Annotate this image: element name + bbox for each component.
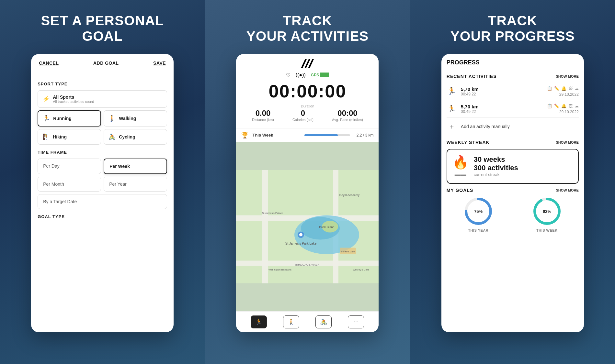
streak-icon-container: 🔥 ▬▬: [452, 155, 469, 178]
nav-walking-button[interactable]: 🚶: [283, 315, 299, 328]
activity-date-2: 29.10.2022: [559, 110, 579, 114]
goals-show-more[interactable]: SHOW MORE: [556, 188, 579, 192]
streak-weeks: 30 weeks: [474, 155, 573, 164]
add-activity-row[interactable]: ＋ Add an activity manually: [447, 118, 579, 136]
activity-action-icons-2: 📋 ✏️ 🔔 🖼 ☁: [547, 104, 579, 108]
goal-body: SPORT TYPE ⚡ All Sports All tracked acti…: [31, 71, 174, 332]
my-goals-title: MY GOALS: [447, 188, 473, 193]
right-panel-title: TRACKYOUR PROGRESS: [450, 13, 575, 44]
map-container: Duck Island St James's Park Lake Royal A…: [236, 142, 379, 311]
goal-card-header: CANCEL ADD GOAL SAVE: [31, 54, 174, 71]
nav-running-button[interactable]: 🏃: [251, 315, 267, 328]
recent-activities-show-more[interactable]: SHOW MORE: [556, 74, 579, 78]
streak-activities: 300 activities: [474, 164, 573, 172]
activity-info-1: 5,70 km 00:49:22: [461, 86, 543, 96]
weekly-streak-title: WEEKLY STREAK: [447, 140, 490, 145]
sport-type-label: SPORT TYPE: [38, 82, 167, 86]
timeframe-per-year[interactable]: Per Year: [104, 177, 167, 192]
hiking-label: Hiking: [53, 134, 67, 139]
weekly-streak-header: WEEKLY STREAK SHOW MORE: [447, 140, 579, 145]
weekly-goal-bar: 🏆 This Week 2.2 / 3 km: [236, 128, 379, 142]
save-button[interactable]: SAVE: [153, 61, 166, 66]
timeframe-per-month[interactable]: Per Month: [38, 177, 101, 192]
flame-icon: 🔥: [452, 155, 469, 169]
svg-text:St James's Palace: St James's Palace: [262, 211, 283, 214]
svg-text:Wellington Barracks: Wellington Barracks: [268, 268, 291, 271]
activity-row: 🏃 5,70 km 00:49:22 📋 ✏️ 🔔 🖼 ☁ 29.10.2022: [447, 83, 579, 100]
timeframe-target-date[interactable]: By a Target Date: [38, 194, 167, 209]
sport-grid: ⚡ All Sports All tracked activities coun…: [38, 90, 167, 145]
activity-date-1: 29.10.2022: [559, 92, 579, 97]
running-icon: 🏃: [43, 115, 50, 122]
cloud-icon-2: ☁: [575, 104, 579, 108]
clipboard-icon-2: 📋: [547, 104, 552, 108]
run-activity-icon-1: 🏃: [447, 87, 457, 95]
weekly-progress-text: 2.2 / 3 km: [357, 133, 374, 138]
weekly-label: This Week: [252, 133, 298, 138]
activity-meta-1: 📋 ✏️ 🔔 🖼 ☁ 29.10.2022: [547, 86, 579, 97]
goal-this-year: 75% THIS YEAR: [447, 197, 510, 232]
svg-text:Wesley's Café: Wesley's Café: [353, 268, 369, 271]
cycling-label: Cycling: [119, 134, 135, 139]
sport-item-running[interactable]: 🏃 Running: [38, 110, 101, 127]
center-panel: TRACKYOUR ACTIVITIES ♡ ((●)) GPS ▉▉▉ 00:…: [205, 0, 410, 364]
add-goal-title: ADD GOAL: [93, 61, 119, 66]
cancel-button[interactable]: CANCEL: [39, 61, 59, 66]
sport-item-all[interactable]: ⚡ All Sports All tracked activities coun…: [38, 90, 167, 108]
nav-cycling-button[interactable]: 🚴: [315, 315, 332, 328]
svg-rect-5: [262, 170, 268, 283]
walking-label: Walking: [119, 116, 136, 121]
clipboard-icon: 📋: [547, 86, 552, 91]
timeframe-per-week[interactable]: Per Week: [104, 159, 167, 174]
cloud-icon: ☁: [575, 86, 579, 91]
distance-label: Distance (km): [252, 118, 274, 122]
sport-item-cycling[interactable]: 🚴 Cycling: [104, 129, 167, 145]
svg-text:Duck Island: Duck Island: [319, 225, 335, 228]
tracker-header: ♡ ((●)) GPS ▉▉▉ 00:00:00 Duration 0.00 D…: [236, 54, 379, 128]
nav-more-button[interactable]: ···: [348, 315, 364, 328]
streak-base-icon: ▬▬: [452, 171, 469, 178]
sport-item-walking[interactable]: 🚶 Walking: [104, 110, 167, 127]
duration-label: Duration: [301, 104, 314, 108]
image-icon: 🖼: [568, 86, 573, 91]
edit-icon-2: ✏️: [554, 104, 559, 108]
svg-text:92%: 92%: [543, 209, 551, 214]
timeframe-grid: Per Day Per Week Per Month Per Year By a…: [38, 159, 167, 209]
this-year-label: THIS YEAR: [468, 228, 488, 232]
pace-stat: 00:00 Avg. Pace (min/km): [332, 109, 363, 122]
center-panel-title: TRACKYOUR ACTIVITIES: [246, 13, 369, 44]
bottom-nav: 🏃 🚶 🚴 ···: [236, 311, 379, 332]
timer-display: 00:00:00: [268, 82, 346, 100]
svg-text:St James's Park Lake: St James's Park Lake: [285, 241, 317, 245]
activity-time-1: 00:49:22: [461, 92, 543, 96]
pace-label: Avg. Pace (min/km): [332, 118, 363, 122]
walking-icon: 🚶: [108, 115, 116, 122]
calories-stat: 0 Calories (cal): [292, 109, 313, 122]
stats-row: 0.00 Distance (km) 0 Calories (cal) 00:0…: [243, 109, 372, 124]
streak-show-more[interactable]: SHOW MORE: [556, 140, 579, 144]
run-activity-icon-2: 🏃: [447, 105, 457, 113]
svg-text:Royal Academy: Royal Academy: [339, 193, 360, 196]
add-activity-label: Add an activity manually: [461, 124, 510, 129]
tracker-card: ♡ ((●)) GPS ▉▉▉ 00:00:00 Duration 0.00 D…: [236, 54, 379, 332]
heart-icon: ♡: [286, 72, 290, 78]
left-panel: SET A PERSONALGOAL CANCEL ADD GOAL SAVE …: [0, 0, 205, 364]
all-sports-sub: All tracked activities count: [53, 100, 94, 104]
add-icon: ＋: [447, 122, 457, 131]
svg-text:Storey's Gate: Storey's Gate: [341, 250, 355, 253]
streak-sub-label: current streak: [474, 172, 573, 177]
activity-row-2: 🏃 5,70 km 00:49:22 📋 ✏️ 🔔 🖼 ☁ 29.10.2022: [447, 100, 579, 118]
goal-type-label: GOAL TYPE: [38, 214, 167, 219]
hiking-icon: 🧗: [42, 133, 50, 140]
signal-bars-icon: ▉▉▉: [320, 73, 329, 77]
streak-info: 30 weeks 300 activities current streak: [474, 155, 573, 177]
activity-meta-2: 📋 ✏️ 🔔 🖼 ☁ 29.10.2022: [547, 104, 579, 114]
timeframe-per-day[interactable]: Per Day: [38, 159, 101, 174]
activity-action-icons-1: 📋 ✏️ 🔔 🖼 ☁: [547, 86, 579, 91]
svg-point-14: [299, 233, 302, 236]
right-panel: TRACKYOUR PROGRESS PROGRESS RECENT ACTIV…: [410, 0, 615, 364]
calories-label: Calories (cal): [292, 118, 313, 122]
activity-km-2: 5,70 km: [461, 104, 543, 109]
sport-item-hiking[interactable]: 🧗 Hiking: [38, 129, 101, 145]
activity-time-2: 00:49:22: [461, 109, 543, 114]
